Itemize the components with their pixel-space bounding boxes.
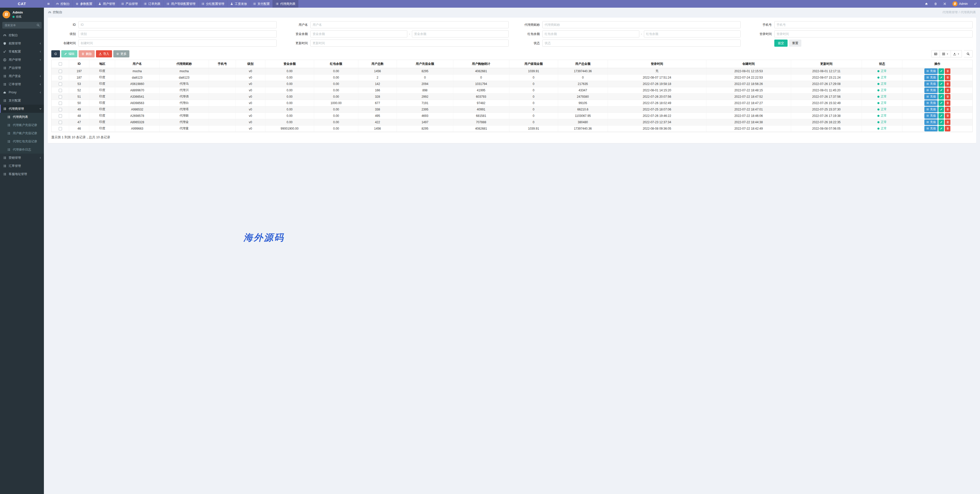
table-cell: A2698578 bbox=[115, 113, 159, 119]
nav-item-10[interactable]: 代理商列表 bbox=[272, 0, 298, 8]
table-cell: 0.00 bbox=[265, 68, 314, 74]
agent-list-card: ID用户名代理商昵称手机号级别资金余额-红包余额-登录时间创建时间更新时间状态提… bbox=[48, 17, 490, 143]
row-checkbox[interactable] bbox=[59, 70, 62, 73]
nav-item-2[interactable]: 参数配置 bbox=[73, 0, 95, 8]
import-button[interactable]: 导入 bbox=[96, 50, 112, 57]
search-icon[interactable] bbox=[37, 24, 40, 27]
list-icon bbox=[3, 66, 6, 70]
sidebar-subitem-1[interactable]: 代理商列表 bbox=[0, 113, 44, 121]
table-cell: 681581 bbox=[453, 113, 490, 119]
sidebar-item-13[interactable]: 客服地址管理 bbox=[0, 170, 44, 178]
table-cell: 41995 bbox=[453, 87, 490, 94]
table-cell: 338 bbox=[358, 106, 397, 113]
watermark-text: 海外源码 bbox=[243, 232, 284, 244]
sidebar-toggle-button[interactable] bbox=[44, 0, 53, 8]
sidebar-item-12[interactable]: 汇率管理 bbox=[0, 162, 44, 170]
table-cell: 印度 bbox=[89, 106, 115, 113]
sidebar-item-1[interactable]: 控制台 bbox=[0, 31, 44, 39]
refresh-button[interactable] bbox=[51, 50, 60, 57]
filter-field-1-2: 用户名 bbox=[283, 21, 490, 28]
row-checkbox[interactable] bbox=[59, 102, 62, 105]
sidebar-item-7[interactable]: 订单管理 bbox=[0, 80, 44, 88]
chevron-left-icon bbox=[39, 83, 41, 86]
row-checkbox[interactable] bbox=[59, 121, 62, 124]
filter-input[interactable] bbox=[78, 30, 277, 38]
filter-input[interactable] bbox=[310, 21, 490, 28]
refresh-icon bbox=[54, 52, 57, 56]
sidebar-item-9[interactable]: 支付配置 bbox=[0, 97, 44, 105]
table-cell bbox=[209, 81, 236, 87]
table-cell: 0.00 bbox=[265, 100, 314, 106]
nav-item-9[interactable]: 支付配置 bbox=[250, 0, 272, 8]
sidebar-item-3[interactable]: 常规配置 bbox=[0, 48, 44, 56]
filter-input[interactable] bbox=[78, 40, 277, 47]
sidebar-item-2[interactable]: 权限管理 bbox=[0, 39, 44, 48]
sidebar-item-4[interactable]: 用户管理 bbox=[0, 56, 44, 64]
sidebar-subitem-3[interactable]: 用户账户充值记录 bbox=[0, 129, 44, 137]
sidebar-item-11[interactable]: 营销管理 bbox=[0, 154, 44, 162]
sidebar-item-5[interactable]: 产品管理 bbox=[0, 64, 44, 72]
table-cell: 495 bbox=[358, 113, 397, 119]
more-button[interactable]: 更多 bbox=[113, 50, 129, 57]
nav-item-1[interactable]: 控制台 bbox=[53, 0, 73, 8]
sidebar-item-6[interactable]: 用户资金 bbox=[0, 72, 44, 80]
row-checkbox[interactable] bbox=[59, 95, 62, 98]
select-all-checkbox[interactable] bbox=[59, 62, 62, 65]
list-icon bbox=[3, 173, 6, 176]
user-circle-icon bbox=[3, 58, 6, 62]
nav-item-4[interactable]: 产品管理 bbox=[118, 0, 141, 8]
table-cell bbox=[209, 113, 236, 119]
table-cell: 677 bbox=[358, 100, 397, 106]
delete-button[interactable]: 删除 bbox=[79, 50, 95, 57]
row-checkbox[interactable] bbox=[59, 127, 62, 130]
row-checkbox[interactable] bbox=[59, 83, 62, 86]
filter-input[interactable] bbox=[310, 40, 490, 47]
chevron-left-icon bbox=[39, 91, 41, 94]
row-checkbox[interactable] bbox=[59, 108, 62, 111]
sidebar-subitem-4[interactable]: 代理红包充值记录 bbox=[0, 137, 44, 145]
table-cell: v0 bbox=[236, 74, 265, 81]
table-cell: 50 bbox=[69, 100, 89, 106]
table-cell: 印度 bbox=[89, 113, 115, 119]
filter-range-max-input[interactable] bbox=[412, 30, 490, 38]
hamburger-icon bbox=[47, 2, 50, 5]
nav-item-6[interactable]: 用户等级配置管理 bbox=[163, 0, 198, 8]
nav-item-8[interactable]: 工资发放 bbox=[227, 0, 250, 8]
table-cell bbox=[209, 100, 236, 106]
table-cell: A986532 bbox=[115, 106, 159, 113]
table-cell: 0 bbox=[453, 74, 490, 81]
sidebar-subitem-2[interactable]: 代理账户充值记录 bbox=[0, 121, 44, 129]
table-cell: 197 bbox=[69, 68, 89, 74]
row-checkbox[interactable] bbox=[59, 76, 62, 79]
sidebar-item-8[interactable]: Proxy bbox=[0, 88, 44, 97]
sidebar-item-10[interactable]: 代理商管理 bbox=[0, 105, 44, 113]
table-cell: 0.00 bbox=[314, 119, 358, 125]
navbar-menu: 控制台参数配置用户管理产品管理订单列表用户等级配置管理分红配置管理工资发放支付配… bbox=[53, 0, 298, 8]
table-cell: 代理童 bbox=[159, 125, 209, 132]
nav-item-3[interactable]: 用户管理 bbox=[95, 0, 118, 8]
table-cell: A5619860 bbox=[115, 81, 159, 87]
table-cell: 0.00 bbox=[314, 106, 358, 113]
edit-button[interactable]: 编辑 bbox=[61, 50, 77, 57]
nav-item-5[interactable]: 订单列表 bbox=[141, 0, 163, 8]
table-cell: 166 bbox=[358, 87, 397, 94]
table-cell: 1000.00 bbox=[314, 100, 358, 106]
filter-range-min-input[interactable] bbox=[310, 30, 407, 38]
gauge-icon bbox=[56, 2, 59, 5]
chevron-left-icon bbox=[39, 75, 41, 77]
table-cell bbox=[209, 125, 236, 132]
table-row: 52印度A8899670代理川v00.000.00166898419950433… bbox=[52, 87, 490, 94]
table-row: 46印度A999663代理童v099001900.000.00145682954… bbox=[52, 125, 490, 132]
table-cell: A8965328 bbox=[115, 119, 159, 125]
nav-item-7[interactable]: 分红配置管理 bbox=[198, 0, 227, 8]
row-checkbox[interactable] bbox=[59, 89, 62, 92]
menu-search-input[interactable] bbox=[2, 22, 41, 29]
sidebar-subitem-5[interactable]: 代理操作日志 bbox=[0, 145, 44, 154]
filter-input[interactable] bbox=[78, 21, 277, 28]
table-cell: v0 bbox=[236, 68, 265, 74]
table-cell bbox=[209, 68, 236, 74]
online-dot-icon bbox=[13, 16, 14, 18]
chevron-down-icon bbox=[39, 108, 41, 110]
table-cell: 代理塔 bbox=[159, 106, 209, 113]
row-checkbox[interactable] bbox=[59, 114, 62, 118]
